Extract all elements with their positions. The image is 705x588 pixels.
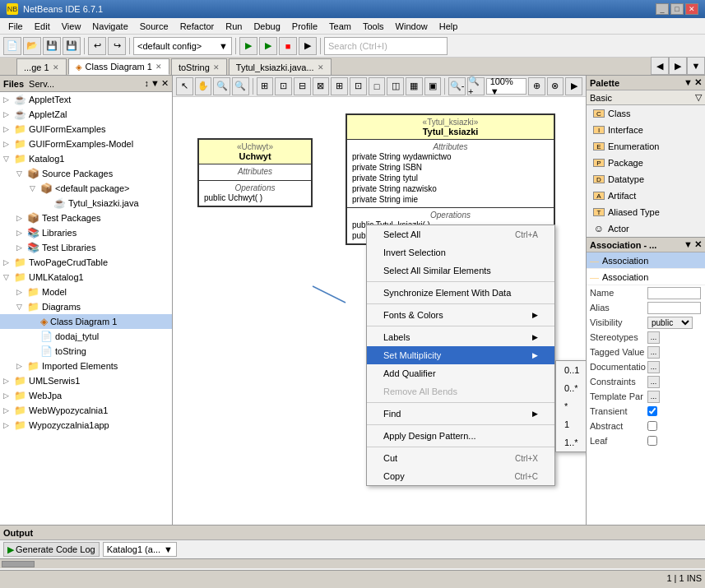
canvas-opt9[interactable]: ▣ [424, 77, 442, 95]
zoom-in[interactable]: 🔍 [213, 77, 230, 95]
tree-tytul-java[interactable]: ▷ ☕ Tytul_ksiazki.java [0, 196, 172, 211]
fit-view[interactable]: ⊕ [528, 77, 545, 95]
tree-test-libraries[interactable]: ▷ 📚 Test Libraries [0, 240, 172, 255]
tree-libraries[interactable]: ▷ 📚 Libraries [0, 225, 172, 240]
menu-edit[interactable]: Edit [30, 19, 55, 34]
ctx-copy[interactable]: Copy Ctrl+C [367, 467, 554, 485]
field-transient-checkbox[interactable] [647, 406, 657, 416]
palette-actor[interactable]: ☺ Actor [587, 220, 705, 237]
tree-default-package[interactable]: ▽ 📦 <default package> [0, 181, 172, 196]
redo-btn[interactable]: ↪ [108, 37, 126, 55]
panel-sync-icon[interactable]: ↕ [145, 78, 150, 89]
hand-tool[interactable]: ✋ [195, 77, 212, 95]
ctx-synchronize[interactable]: Synchronize Element With Data [367, 284, 554, 302]
tree-umlkatalog1[interactable]: ▽ 📁 UMLKatalog1 [0, 270, 172, 285]
panel-close-icon[interactable]: ✕ [161, 78, 169, 89]
ctx-cut[interactable]: Cut Ctrl+X [367, 449, 554, 467]
menu-view[interactable]: View [57, 19, 86, 34]
generate-code-btn[interactable]: ▶ Generate Code Log [3, 542, 100, 557]
tree-katalog1[interactable]: ▽ 📁 Katalog1 [0, 151, 172, 166]
open-btn[interactable]: 📂 [23, 37, 41, 55]
tree-diagrams[interactable]: ▽ 📁 Diagrams [0, 299, 172, 314]
debug-btn[interactable]: ▶ [259, 37, 277, 55]
panel-tab-files[interactable]: Files [3, 79, 24, 89]
field-abstract-checkbox[interactable] [647, 421, 657, 431]
tree-model[interactable]: ▷ 📁 Model [0, 285, 172, 299]
tree-tostring[interactable]: ▷ 📄 toString [0, 344, 172, 359]
canvas-opt8[interactable]: ▦ [406, 77, 423, 95]
tab-3[interactable]: Tytul_ksiazki.java... ✕ [229, 58, 332, 75]
tree-imported-elements[interactable]: ▷ 📁 Imported Elements [0, 359, 172, 373]
ctx-set-multiplicity[interactable]: Set Multiplicity ▶ [367, 346, 554, 364]
tree-appletzal[interactable]: ▷ ☕ AppletZal [0, 107, 172, 122]
tab-0-close[interactable]: ✕ [53, 63, 59, 72]
tree-umlserwis1[interactable]: ▷ 📁 UMLSerwis1 [0, 373, 172, 388]
field-template-btn[interactable]: ... [647, 391, 660, 403]
zoom-out2[interactable]: 🔍- [448, 77, 466, 95]
run-btn[interactable]: ▶ [239, 37, 257, 55]
scroll-right-tool[interactable]: ▶ [565, 77, 582, 95]
stop-btn[interactable]: ■ [279, 37, 297, 55]
tab-1[interactable]: ◈ Class Diagram 1 ✕ [68, 58, 169, 75]
canvas-opt2[interactable]: ⊟ [294, 77, 311, 95]
menu-window[interactable]: Window [391, 19, 433, 34]
palette-package[interactable]: P Package [587, 155, 705, 171]
tab-scroll-left[interactable]: ◀ [651, 57, 669, 75]
save-btn[interactable]: 💾 [43, 37, 61, 55]
tree-guiformexamples[interactable]: ▷ 📁 GUIFormExamples [0, 122, 172, 137]
assoc-row-1[interactable]: — Association [587, 252, 705, 269]
menu-navigate[interactable]: Navigate [87, 19, 132, 34]
ctx-design-pattern[interactable]: Apply Design Pattern... [367, 427, 554, 445]
palette-enumeration[interactable]: E Enumeration [587, 138, 705, 155]
tree-test-packages[interactable]: ▷ 📦 Test Packages [0, 211, 172, 225]
field-doc-btn[interactable]: ... [647, 361, 660, 373]
palette-scrollbar[interactable] [698, 76, 705, 525]
tree-guimodel[interactable]: ▷ 📁 GUIFormExamples-Model [0, 137, 172, 151]
tree-applettext[interactable]: ▷ ☕ AppletText [0, 92, 172, 107]
select-tool[interactable]: ↖ [176, 77, 193, 95]
zoom-fit[interactable]: ⊗ [547, 77, 564, 95]
ctx-labels[interactable]: Labels ▶ [367, 328, 554, 346]
panel-menu-icon[interactable]: ▼ [151, 78, 160, 89]
field-tagged-btn[interactable]: ... [647, 346, 660, 359]
field-visibility-select[interactable]: public private protected [647, 317, 693, 329]
zoom-out[interactable]: 🔍 [232, 77, 249, 95]
output-dropdown[interactable]: Katalog1 (a... ▼ [103, 542, 177, 557]
minimize-btn[interactable]: _ [656, 3, 669, 15]
palette-artifact[interactable]: A Artifact [587, 188, 705, 204]
new-btn[interactable]: 📄 [3, 37, 21, 55]
zoom-in2[interactable]: 🔍+ [467, 77, 485, 95]
ctx-select-all[interactable]: Select All Ctrl+A [367, 225, 554, 243]
ctx-add-qualifier[interactable]: Add Qualifier [367, 364, 554, 382]
tree-twopage[interactable]: ▷ 📁 TwoPageCrudTable [0, 255, 172, 270]
h-scrollbar[interactable] [0, 558, 705, 568]
tree-class-diagram1[interactable]: ▷ ◈ Class Diagram 1 [0, 314, 172, 329]
canvas-area[interactable]: «Uchwyt» Uchwyt Attributes Operations pu… [173, 97, 586, 525]
mult-0-1[interactable]: 0..1 [556, 361, 586, 379]
scrollbar-thumb[interactable] [2, 561, 35, 567]
mult-star[interactable]: * [556, 397, 586, 415]
tree-dodaj-tytul[interactable]: ▷ 📄 dodaj_tytul [0, 329, 172, 344]
tree-source-packages[interactable]: ▽ 📦 Source Packages [0, 166, 172, 181]
palette-datatype[interactable]: D Datatype [587, 171, 705, 188]
menu-profile[interactable]: Profile [287, 19, 322, 34]
zoom-level[interactable]: 100% ▼ [486, 78, 526, 95]
assoc-row-2[interactable]: — Association [587, 269, 705, 285]
tab-scroll-right[interactable]: ▶ [669, 57, 687, 75]
canvas-opt5[interactable]: ⊡ [350, 77, 367, 95]
field-leaf-checkbox[interactable] [647, 436, 657, 446]
menu-source[interactable]: Source [135, 19, 174, 34]
field-const-btn[interactable]: ... [647, 376, 660, 388]
field-name-input[interactable] [647, 287, 701, 299]
palette-menu-icon[interactable]: ▼ [684, 77, 693, 88]
menu-tools[interactable]: Tools [358, 19, 389, 34]
menu-file[interactable]: File [3, 19, 28, 34]
canvas-opt6[interactable]: □ [369, 77, 386, 95]
canvas-opt7[interactable]: ◫ [387, 77, 404, 95]
close-btn[interactable]: ✕ [685, 3, 698, 15]
assoc-menu-icon[interactable]: ▼ [684, 239, 693, 250]
menu-refactor[interactable]: Refactor [175, 19, 220, 34]
canvas-opt3[interactable]: ⊠ [313, 77, 330, 95]
ctx-find[interactable]: Find ▶ [367, 405, 554, 423]
uchwyt-class[interactable]: «Uchwyt» Uchwyt Attributes Operations pu… [197, 138, 313, 207]
